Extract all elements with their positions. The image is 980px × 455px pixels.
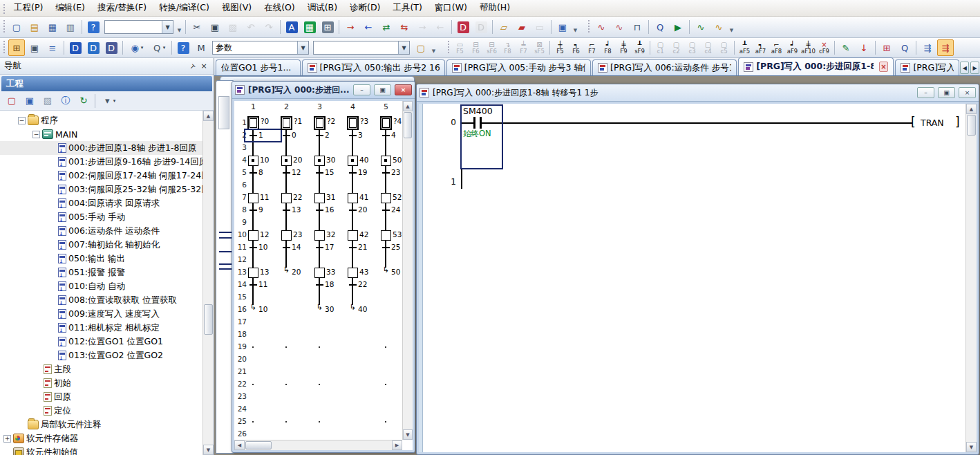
toolbar-grip[interactable] [587,20,590,34]
nav-copy-icon[interactable]: ▣ [21,93,38,109]
ladder-selection-cursor[interactable] [460,104,503,169]
device-write-icon[interactable]: D [455,19,471,35]
toolbar-grip[interactable] [2,20,6,34]
sfc-window-titlebar[interactable]: [PRG]写入 000:步进回... – ▣ × [232,82,415,99]
tab-close-icon[interactable]: × [879,62,889,72]
sfc-transition[interactable] [349,172,357,174]
toolbar-grip[interactable] [2,3,6,14]
scroll-up-icon[interactable]: ▲ [203,111,214,121]
sfc-transition[interactable] [316,210,323,211]
tree-item-012-位置GO1[interactable]: 012:位置GO1 位置GO1 [0,335,202,349]
doc-gen-icon[interactable]: ▱ [496,19,512,35]
sfc-step[interactable] [281,230,292,241]
nav-refresh-icon[interactable]: ↻ [75,93,92,109]
sfc-step[interactable] [281,156,292,166]
sfc-transition[interactable] [316,135,323,136]
ladder-symbol-f7[interactable]: ⌐F7 [584,39,600,57]
ladder-symbol-f9[interactable]: ╪F9 [616,39,632,57]
help-icon[interactable]: ? [85,19,102,35]
sfc-initial-step[interactable] [314,116,326,130]
sfc-initial-step[interactable] [281,116,292,130]
tree-item-013-位置GO2[interactable]: 013:位置GO2 位置GO2 [0,349,202,362]
chevron-down-icon[interactable]: ▾ [141,45,144,50]
menu-工程P[interactable]: 工程(P) [8,0,49,16]
tree-item-004-回原请求[interactable]: 004:回原请求 回原请求 [0,196,202,210]
scroll-thumb[interactable] [204,304,213,335]
save-icon[interactable]: ▦ [44,19,61,35]
sfc-transition[interactable] [316,247,323,248]
open-file-icon[interactable]: ▤ [26,19,43,35]
new-file-icon[interactable]: ▢ [8,19,25,35]
verify-plc-icon[interactable]: ⇄ [378,19,395,35]
tree-item-001-步进回原9-16轴[interactable]: 001:步进回原9-16轴 步进9-14回原 [0,155,202,169]
nav-paste-icon[interactable]: ▨ [39,93,56,109]
chevron-down-icon[interactable]: ▼ [297,41,308,54]
trace-setting-icon[interactable]: ∿ [593,19,610,35]
menu-帮助H[interactable]: 帮助(H) [473,0,516,16]
sfc-transition[interactable] [283,172,290,174]
nav-info-icon[interactable]: ⓘ [57,93,74,109]
copy-icon[interactable]: ▣ [207,19,223,35]
collapse-icon[interactable]: − [32,131,40,138]
chevron-down-icon[interactable]: ▾ [163,45,166,50]
find-target-combo[interactable]: 参数▼ [212,41,309,55]
sfc-transition[interactable] [249,247,257,248]
ladder-symbol-sf9[interactable]: ┸sF9 [632,39,648,57]
doc-find-icon[interactable]: ▢ [413,39,429,56]
restore-icon[interactable]: ▣ [938,87,955,98]
tree-item-000-步进回原1-8轴[interactable]: 000:步进回原1-8轴 步进1-8回原 [0,141,202,155]
toolbar-overflow-icon[interactable]: ▼ [430,40,437,55]
sfc-jump-icon[interactable]: ↳ [383,267,389,274]
toolbar-grip[interactable] [2,41,6,55]
sfc-step[interactable] [348,268,358,278]
device-edit-icon[interactable]: ✎ [838,39,854,56]
sampling-trace-icon[interactable]: ⊓ [629,19,646,35]
sfc-transition[interactable] [249,210,257,211]
device-comment2-icon[interactable]: D [67,39,84,56]
tree-item-010-自动[interactable]: 010:自动 自动 [0,279,202,293]
trend-graph-icon[interactable]: ∿ [692,19,709,35]
device-list-find-icon[interactable]: Q [896,39,913,56]
tree-item-050-输出[interactable]: 050:输出 输出 [0,252,202,266]
tree-item-002-伺服回原17-24轴[interactable]: 002:伺服回原17-24轴 伺服17-24回 [0,169,202,183]
sfc-jump-icon[interactable]: ↳ [250,304,256,311]
device-read-icon[interactable]: D [473,19,489,35]
tree-item-主段[interactable]: 主段 [0,362,202,376]
redo-icon[interactable]: ↷ [261,19,277,35]
sfc-transition[interactable] [349,284,357,286]
remote-op-icon[interactable]: → [414,19,431,35]
sfc-initial-step[interactable] [347,116,359,130]
toolbar-overflow-icon[interactable]: ▼ [572,19,579,35]
nav-sort-icon[interactable]: ▾▾ [98,93,119,109]
device-comment-icon[interactable]: A [283,19,300,35]
toolbar-overflow-icon[interactable]: ▼ [176,19,183,35]
sfc-selection-cursor[interactable] [244,129,282,142]
device-monitor-icon[interactable]: ▦ [301,19,318,35]
sfc-transition[interactable] [249,284,257,286]
sfc-transition[interactable] [349,135,357,136]
sfc-step[interactable] [248,156,258,166]
collapse-icon[interactable]: − [18,117,26,124]
sfc-step[interactable] [348,230,358,241]
sfc-step[interactable] [248,268,258,278]
sfc-initial-step[interactable] [380,116,392,130]
sfc-step[interactable] [281,193,292,203]
ladder-vertical-scrollbar[interactable]: ▲ ▼ [965,104,977,452]
remote-op2-icon[interactable]: ← [432,19,449,35]
sfc-step[interactable] [381,230,391,241]
tree-item-程序[interactable]: −程序 [0,113,202,127]
document-tab-5[interactable]: [PRG]写入 0... [895,59,959,75]
tab-scroll-left-icon[interactable]: ◀ [960,62,969,74]
sfc-step[interactable] [314,268,325,278]
tree-item-软元件存储器[interactable]: +软元件存储器 [0,431,202,445]
ladder-symbol-f5[interactable]: ┼F5 [552,39,568,57]
print-icon[interactable]: ▥ [62,19,79,35]
menu-搜索/替换F[interactable]: 搜索/替换(F) [91,0,153,16]
menu-工具T[interactable]: 工具(T) [386,0,428,16]
document-tab-3[interactable]: [PRG]写入 006:运动条件 步号1 ... [592,59,737,75]
toolbar-grip[interactable] [446,41,450,55]
sfc-jump-icon[interactable]: ↳ [350,304,356,311]
tab-scroll-right-icon[interactable]: ▶ [970,62,979,74]
sfc-jump-icon[interactable]: ↳ [317,304,323,311]
menu-调试B[interactable]: 调试(B) [301,0,343,16]
